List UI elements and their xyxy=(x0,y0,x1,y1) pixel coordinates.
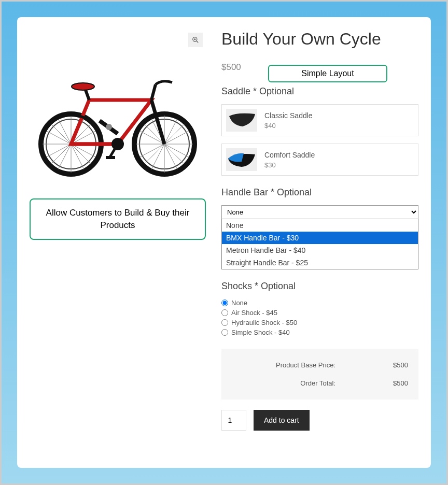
svg-line-27 xyxy=(164,144,185,164)
comfort-saddle-icon xyxy=(227,150,256,169)
saddle-option-text: Comfort Saddle $30 xyxy=(264,151,315,169)
shock-option[interactable]: Air Shock - $45 xyxy=(221,309,418,317)
shock-radio[interactable] xyxy=(221,299,228,306)
saddle-label: Saddle * Optional xyxy=(221,86,418,97)
order-total-row: Order Total: $500 xyxy=(232,374,408,392)
image-column: Allow Customers to Build & Buy their Pro… xyxy=(30,30,206,455)
saddle-option[interactable]: Comfort Saddle $30 xyxy=(221,144,418,176)
base-price-label: Product Base Price: xyxy=(232,361,335,369)
option-price: $30 xyxy=(264,161,315,169)
shock-radio[interactable] xyxy=(221,309,228,316)
option-name: Classic Saddle xyxy=(264,111,313,120)
svg-line-11 xyxy=(51,144,71,164)
dropdown-option[interactable]: None xyxy=(222,219,418,232)
base-price-value: $500 xyxy=(377,361,408,369)
svg-point-44 xyxy=(72,83,94,90)
svg-line-36 xyxy=(164,144,177,169)
zoom-button[interactable] xyxy=(188,33,203,47)
svg-line-25 xyxy=(164,124,185,144)
order-total-value: $500 xyxy=(377,379,408,387)
svg-line-19 xyxy=(58,144,71,169)
svg-line-37 xyxy=(151,144,164,169)
svg-line-29 xyxy=(144,144,164,164)
shock-option[interactable]: Simple Shock - $40 xyxy=(221,329,418,336)
product-image[interactable] xyxy=(30,43,206,188)
saddle-thumb xyxy=(226,109,257,132)
svg-line-38 xyxy=(140,144,164,157)
shock-option[interactable]: None xyxy=(221,299,418,307)
shock-radio[interactable] xyxy=(221,319,228,326)
shock-option-label: Simple Shock - $40 xyxy=(231,329,290,336)
handlebar-label: Handle Bar * Optional xyxy=(221,187,418,198)
svg-point-49 xyxy=(106,124,112,130)
svg-line-13 xyxy=(51,124,71,144)
handlebar-section: Handle Bar * Optional None None BMX Hand… xyxy=(221,187,418,269)
page-title: Build Your Own Cycle xyxy=(221,30,418,49)
order-total-label: Order Total: xyxy=(232,379,335,387)
shock-option[interactable]: Hydraulic Shock - $50 xyxy=(221,319,418,326)
shock-option-label: Air Shock - $45 xyxy=(231,309,277,317)
svg-line-21 xyxy=(47,131,71,144)
shocks-radios: None Air Shock - $45 Hydraulic Shock - $… xyxy=(221,299,418,336)
cart-row: Add to cart xyxy=(221,410,418,431)
shocks-label: Shocks * Optional xyxy=(221,281,418,292)
svg-line-17 xyxy=(71,144,95,157)
saddle-thumb xyxy=(226,148,257,171)
svg-line-35 xyxy=(164,144,189,157)
saddle-option-text: Classic Saddle $40 xyxy=(264,111,313,130)
shocks-section: Shocks * Optional None Air Shock - $45 H… xyxy=(221,281,418,336)
annotation-top: Simple Layout xyxy=(268,65,387,82)
svg-line-34 xyxy=(164,131,189,144)
handlebar-select-wrap: None None BMX Handle Bar - $30 Metron Ha… xyxy=(221,205,418,269)
shock-radio[interactable] xyxy=(221,329,228,336)
svg-line-20 xyxy=(47,144,71,157)
svg-line-1 xyxy=(197,41,199,43)
base-price-row: Product Base Price: $500 xyxy=(232,356,408,374)
handlebar-dropdown: None BMX Handle Bar - $30 Metron Handle … xyxy=(221,219,418,269)
option-price: $40 xyxy=(264,122,313,130)
product-card: Allow Customers to Build & Buy their Pro… xyxy=(17,17,431,468)
zoom-icon xyxy=(192,36,199,44)
svg-line-42 xyxy=(151,84,156,100)
saddle-option[interactable]: Classic Saddle $40 xyxy=(221,104,418,136)
shock-option-label: Hydraulic Shock - $50 xyxy=(231,319,297,326)
svg-line-14 xyxy=(58,119,71,144)
svg-line-18 xyxy=(71,144,84,169)
bicycle-icon xyxy=(32,53,203,178)
saddle-section: Saddle * Optional Classic Saddle $40 xyxy=(221,86,418,176)
page-frame: Allow Customers to Build & Buy their Pro… xyxy=(2,2,446,483)
dropdown-option[interactable]: BMX Handle Bar - $30 xyxy=(222,232,418,244)
classic-saddle-icon xyxy=(227,111,256,130)
shock-option-label: None xyxy=(231,299,247,307)
totals-box: Product Base Price: $500 Order Total: $5… xyxy=(221,349,418,400)
svg-line-9 xyxy=(71,144,91,164)
dropdown-option[interactable]: Metron Handle Bar - $40 xyxy=(222,244,418,256)
annotation-left: Allow Customers to Build & Buy their Pro… xyxy=(30,198,206,240)
dropdown-option[interactable]: Straight Handle Bar - $25 xyxy=(222,256,418,269)
handlebar-select[interactable]: None xyxy=(221,205,418,219)
details-column: Build Your Own Cycle Simple Layout $500 … xyxy=(221,30,418,455)
quantity-stepper[interactable] xyxy=(221,410,246,431)
option-name: Comfort Saddle xyxy=(264,151,315,159)
svg-line-33 xyxy=(164,119,177,144)
add-to-cart-button[interactable]: Add to cart xyxy=(254,410,310,431)
svg-rect-47 xyxy=(106,156,115,159)
